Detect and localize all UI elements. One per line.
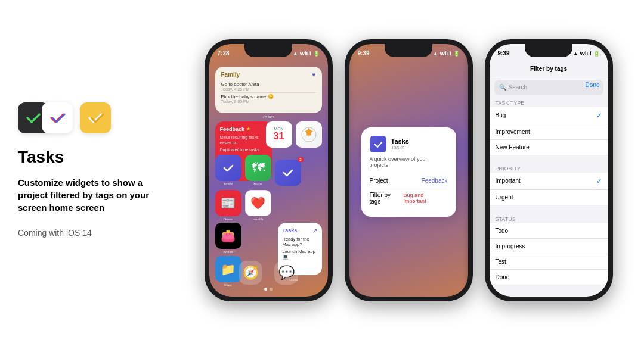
apps-row-2: Tasks 🗺 Maps 3 [215, 155, 322, 186]
dot-1 [264, 288, 267, 291]
phones-container: 7:28 ▲ WiFi 🔋 Family ♥ Go to doctor Anit… [173, 0, 644, 340]
cal-day: 31 [274, 131, 284, 142]
status-icons-1: ▲ WiFi 🔋 [293, 51, 320, 57]
config-project-row: Project Feedback [370, 174, 448, 188]
filter-label: Filter by tags [370, 192, 404, 205]
status-icons-2: ▲ WiFi 🔋 [433, 51, 460, 57]
tasks-app-label: Tasks [224, 182, 233, 186]
news-label: News [224, 217, 233, 221]
task-type-section: Task Type Bug ✓ Improvement New Feature [490, 98, 608, 155]
dock: 🧭 💬 [221, 261, 316, 285]
done-label: Done [496, 274, 510, 280]
family-widget-header: Family ♥ [221, 71, 316, 78]
wifi-icon-3: WiFi [580, 51, 592, 57]
notch-2 [385, 44, 432, 57]
arrow-icon: ↗ [312, 227, 317, 234]
filter-value: Bug and Important [404, 192, 448, 204]
status-time-3: 9:39 [498, 50, 510, 57]
bug-check: ✓ [596, 111, 602, 120]
calendar-app: MON 31 [266, 121, 292, 148]
phone-2: 9:39 ▲ WiFi 🔋 Tasks Tasks [345, 39, 473, 301]
bottom-apps-row: 📰 News ❤️ Health [215, 190, 322, 221]
tasks-app-wrapper: Tasks [215, 155, 242, 186]
battery-icon: 🔋 [313, 51, 320, 57]
signal-icon: ▲ [293, 51, 298, 57]
family-task-2: Pick the baby's name 😊 Today, 8:00 PM [221, 93, 316, 105]
maps-small-app: 🗺 [245, 155, 271, 181]
small-apps-left: Tasks 🗺 Maps [215, 155, 271, 186]
config-filter-row: Filter by tags Bug and Important [370, 188, 448, 208]
feedback-task-1: Make recurring tasks easier to... [220, 135, 267, 145]
phone-2-screen: 9:39 ▲ WiFi 🔋 Tasks Tasks [349, 44, 468, 297]
filter-done[interactable]: Done [490, 270, 608, 285]
battery-icon-2: 🔋 [453, 51, 460, 57]
notch-3 [525, 44, 572, 57]
status-time-2: 9:39 [358, 50, 370, 57]
messages-dock-icon: 💬 [274, 261, 298, 285]
todo-label: Todo [496, 227, 509, 234]
config-title-block: Tasks Tasks [391, 138, 409, 151]
maps-app-label: Maps [253, 182, 262, 186]
project-value: Feedback [422, 177, 448, 184]
filter-improvement[interactable]: Improvement [490, 124, 608, 140]
dot-2 [270, 288, 273, 291]
wallet-wrapper: 👛 Wallet [215, 223, 242, 254]
family-task-1: Go to doctor Anita Today, 4:25 PM [221, 80, 316, 93]
wallet-icon: 👛 [215, 223, 242, 249]
filter-important[interactable]: Important ✓ [490, 173, 608, 190]
wifi-icon: WiFi [300, 51, 311, 57]
wifi-icon-2: WiFi [440, 51, 451, 57]
tasks-widget-title: Tasks [283, 227, 298, 233]
phone-1-screen: 7:28 ▲ WiFi 🔋 Family ♥ Go to doctor Anit… [209, 44, 328, 297]
filter-new-feature[interactable]: New Feature [490, 140, 608, 155]
task-type-label: Task Type [490, 98, 608, 107]
test-label: Test [496, 258, 506, 265]
new-feature-label: New Feature [496, 144, 530, 151]
search-icon: 🔍 [499, 84, 506, 91]
cal-month: MON [274, 127, 283, 131]
status-label: Status [490, 214, 608, 223]
page-dots [209, 288, 328, 291]
cal-photos-row: MON 31 [266, 121, 322, 148]
bug-label: Bug [496, 112, 506, 118]
filter-test[interactable]: Test [490, 254, 608, 270]
tasks-widget-item-1: Ready for the Mac app? [283, 236, 317, 247]
app-description: Customize widgets to show a project filt… [18, 176, 155, 214]
star-icon: ★ [246, 126, 250, 132]
heart-icon: ♥ [312, 71, 316, 78]
status-icons-3: ▲ WiFi 🔋 [573, 51, 600, 57]
phone-1: 7:28 ▲ WiFi 🔋 Family ♥ Go to doctor Anit… [205, 39, 333, 301]
tasks-badge: 3 [298, 157, 303, 162]
status-time-1: 7:28 [218, 50, 230, 57]
coming-soon: Coming with iOS 14 [18, 228, 155, 238]
filter-todo[interactable]: Todo [490, 223, 608, 239]
signal-icon-3: ▲ [573, 51, 578, 57]
priority-section: Priority Important ✓ Urgent [490, 163, 608, 205]
left-panel: Tasks Customize widgets to show a projec… [0, 0, 173, 340]
wallet-label: Wallet [223, 250, 233, 254]
filter-in-progress[interactable]: In progress [490, 239, 608, 254]
battery-icon-3: 🔋 [593, 51, 600, 57]
filter-urgent[interactable]: Urgent [490, 190, 608, 205]
safari-dock-icon: 🧭 [239, 261, 262, 285]
project-label: Project [370, 177, 388, 184]
filter-bug[interactable]: Bug ✓ [490, 107, 608, 124]
family-widget: Family ♥ Go to doctor Anita Today, 4:25 … [215, 67, 322, 113]
app-icon-overlap [18, 102, 73, 133]
news-app-wrapper: 📰 News [215, 190, 242, 221]
tasks-badge-wrapper: 3 [275, 160, 301, 186]
config-card: Tasks Tasks A quick overview of your pro… [361, 127, 456, 217]
done-button[interactable]: Done [586, 82, 600, 88]
in-progress-label: In progress [496, 243, 525, 249]
status-section: Status Todo In progress Test Done [490, 214, 608, 285]
tasks-widget-item-2: Launch Mac app 💻 [283, 249, 317, 260]
urgent-label: Urgent [496, 194, 513, 201]
news-app-icon: 📰 [215, 190, 242, 216]
config-title: Tasks [391, 138, 409, 145]
photos-icon [301, 126, 317, 143]
tasks-icon-white [42, 102, 73, 133]
feedback-task-2: Duplicate/clone tasks [220, 147, 267, 152]
maps-app-wrapper: 🗺 Maps [245, 155, 271, 186]
tasks-icon-orange [80, 102, 111, 133]
health-app-icon: ❤️ [245, 190, 271, 216]
